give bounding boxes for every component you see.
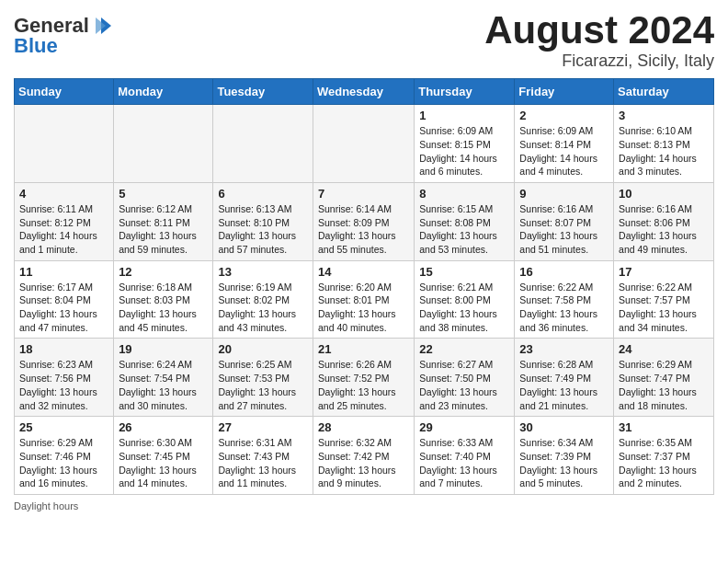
calendar-day-cell: 19Sunrise: 6:24 AMSunset: 7:54 PMDayligh… xyxy=(114,339,213,417)
day-number: 10 xyxy=(619,187,709,201)
day-info-line: and 1 minute. xyxy=(19,243,108,257)
day-info-line: Daylight: 14 hours xyxy=(19,229,108,243)
calendar-day-cell: 28Sunrise: 6:32 AMSunset: 7:42 PMDayligh… xyxy=(313,417,414,495)
calendar-day-cell: 1Sunrise: 6:09 AMSunset: 8:15 PMDaylight… xyxy=(415,105,515,183)
day-info-line: and 30 minutes. xyxy=(119,399,208,413)
calendar-day-cell: 2Sunrise: 6:09 AMSunset: 8:14 PMDaylight… xyxy=(515,105,614,183)
day-info-line: Sunrise: 6:09 AM xyxy=(419,124,509,138)
day-info-line: Daylight: 13 hours xyxy=(419,464,509,477)
calendar-day-cell: 26Sunrise: 6:30 AMSunset: 7:45 PMDayligh… xyxy=(114,417,213,495)
day-info-line: Sunrise: 6:20 AM xyxy=(318,281,409,294)
calendar-day-header: Friday xyxy=(515,79,614,105)
day-number: 18 xyxy=(19,342,108,356)
day-info-line: Sunrise: 6:16 AM xyxy=(519,202,609,216)
day-info-line: Sunset: 7:56 PM xyxy=(19,372,108,385)
day-info-line: Sunset: 7:50 PM xyxy=(419,372,509,385)
day-info-line: and 34 minutes. xyxy=(619,321,709,335)
calendar-day-cell: 3Sunrise: 6:10 AMSunset: 8:13 PMDaylight… xyxy=(614,105,714,183)
calendar-day-cell: 25Sunrise: 6:29 AMSunset: 7:46 PMDayligh… xyxy=(15,417,114,495)
day-info-line: Daylight: 13 hours xyxy=(318,229,409,243)
day-info-line: and 2 minutes. xyxy=(619,477,709,490)
day-number: 25 xyxy=(19,420,108,434)
svg-marker-1 xyxy=(96,17,106,34)
day-info-line: Sunrise: 6:17 AM xyxy=(19,281,108,294)
day-info-line: Sunset: 7:47 PM xyxy=(619,372,709,385)
footer: Daylight hours xyxy=(14,500,714,511)
day-info-line: Sunset: 7:37 PM xyxy=(619,450,709,464)
day-info-line: Sunrise: 6:28 AM xyxy=(519,358,609,372)
day-info-line: Daylight: 13 hours xyxy=(419,385,509,399)
calendar-day-cell: 16Sunrise: 6:22 AMSunset: 7:58 PMDayligh… xyxy=(515,260,614,339)
calendar-day-cell: 17Sunrise: 6:22 AMSunset: 7:57 PMDayligh… xyxy=(614,260,714,339)
day-info-line: Sunrise: 6:30 AM xyxy=(119,436,208,450)
calendar-day-cell: 24Sunrise: 6:29 AMSunset: 7:47 PMDayligh… xyxy=(614,339,714,417)
day-info-line: Sunset: 8:14 PM xyxy=(519,138,609,152)
day-info-line: Daylight: 13 hours xyxy=(519,229,609,243)
day-info-line: Sunrise: 6:31 AM xyxy=(218,436,308,450)
calendar-day-cell: 4Sunrise: 6:11 AMSunset: 8:12 PMDaylight… xyxy=(15,182,114,260)
day-info-line: and 27 minutes. xyxy=(218,399,308,413)
day-info-line: Sunset: 8:03 PM xyxy=(119,293,208,307)
calendar-week-row: 4Sunrise: 6:11 AMSunset: 8:12 PMDaylight… xyxy=(15,182,714,260)
day-info-line: and 40 minutes. xyxy=(318,321,409,335)
calendar-day-header: Saturday xyxy=(614,79,714,105)
day-info-line: Sunrise: 6:35 AM xyxy=(619,436,709,450)
day-info-line: Daylight: 13 hours xyxy=(519,385,609,399)
day-info-line: Sunrise: 6:16 AM xyxy=(619,202,709,216)
day-info-line: Sunrise: 6:10 AM xyxy=(619,124,709,138)
day-info-line: Sunrise: 6:32 AM xyxy=(318,436,409,450)
day-info-line: Daylight: 13 hours xyxy=(619,307,709,321)
day-info-line: Daylight: 13 hours xyxy=(218,229,308,243)
day-info-line: Sunrise: 6:33 AM xyxy=(419,436,509,450)
day-number: 27 xyxy=(218,420,308,434)
day-info-line: Sunset: 7:53 PM xyxy=(218,372,308,385)
day-number: 29 xyxy=(419,420,509,434)
day-info-line: Sunrise: 6:27 AM xyxy=(419,358,509,372)
day-info-line: Daylight: 13 hours xyxy=(19,307,108,321)
day-info-line: Daylight: 13 hours xyxy=(218,307,308,321)
day-info-line: and 49 minutes. xyxy=(619,243,709,257)
day-info-line: Sunset: 7:43 PM xyxy=(218,450,308,464)
day-info-line: Daylight: 13 hours xyxy=(119,464,208,477)
day-number: 23 xyxy=(519,342,609,356)
logo-blue-text: Blue xyxy=(14,34,58,58)
calendar-week-row: 1Sunrise: 6:09 AMSunset: 8:15 PMDaylight… xyxy=(15,105,714,183)
day-info-line: Sunset: 8:08 PM xyxy=(419,216,509,230)
day-info-line: Sunrise: 6:22 AM xyxy=(619,281,709,294)
day-info-line: Sunset: 8:15 PM xyxy=(419,138,509,152)
day-info-line: Daylight: 14 hours xyxy=(519,152,609,166)
logo: General Blue xyxy=(14,14,111,58)
day-number: 4 xyxy=(19,187,108,201)
day-info-line: and 53 minutes. xyxy=(419,243,509,257)
day-info-line: and 38 minutes. xyxy=(419,321,509,335)
day-info-line: Daylight: 13 hours xyxy=(318,385,409,399)
calendar-day-cell: 12Sunrise: 6:18 AMSunset: 8:03 PMDayligh… xyxy=(114,260,213,339)
day-number: 16 xyxy=(519,265,609,279)
day-info-line: Sunset: 7:39 PM xyxy=(519,450,609,464)
day-info-line: and 47 minutes. xyxy=(19,321,108,335)
calendar-week-row: 18Sunrise: 6:23 AMSunset: 7:56 PMDayligh… xyxy=(15,339,714,417)
day-info-line: Sunset: 8:12 PM xyxy=(19,216,108,230)
day-info-line: Sunrise: 6:23 AM xyxy=(19,358,108,372)
day-info-line: and 18 minutes. xyxy=(619,399,709,413)
day-number: 30 xyxy=(519,420,609,434)
day-info-line: Sunrise: 6:12 AM xyxy=(119,202,208,216)
day-info-line: and 7 minutes. xyxy=(419,477,509,490)
calendar-day-cell: 22Sunrise: 6:27 AMSunset: 7:50 PMDayligh… xyxy=(415,339,515,417)
location: Ficarazzi, Sicily, Italy xyxy=(484,52,714,71)
calendar-day-cell: 18Sunrise: 6:23 AMSunset: 7:56 PMDayligh… xyxy=(15,339,114,417)
calendar-day-cell xyxy=(213,105,313,183)
calendar-header-row: SundayMondayTuesdayWednesdayThursdayFrid… xyxy=(15,79,714,105)
calendar-day-cell: 6Sunrise: 6:13 AMSunset: 8:10 PMDaylight… xyxy=(213,182,313,260)
day-info-line: Sunset: 8:11 PM xyxy=(119,216,208,230)
calendar-day-cell: 31Sunrise: 6:35 AMSunset: 7:37 PMDayligh… xyxy=(614,417,714,495)
calendar-day-header: Tuesday xyxy=(213,79,313,105)
day-number: 3 xyxy=(619,109,709,122)
day-info-line: Sunrise: 6:11 AM xyxy=(19,202,108,216)
calendar-day-header: Sunday xyxy=(15,79,114,105)
day-number: 21 xyxy=(318,342,409,356)
calendar-day-cell: 9Sunrise: 6:16 AMSunset: 8:07 PMDaylight… xyxy=(515,182,614,260)
day-number: 19 xyxy=(119,342,208,356)
calendar-table: SundayMondayTuesdayWednesdayThursdayFrid… xyxy=(14,78,714,495)
calendar-day-cell xyxy=(15,105,114,183)
